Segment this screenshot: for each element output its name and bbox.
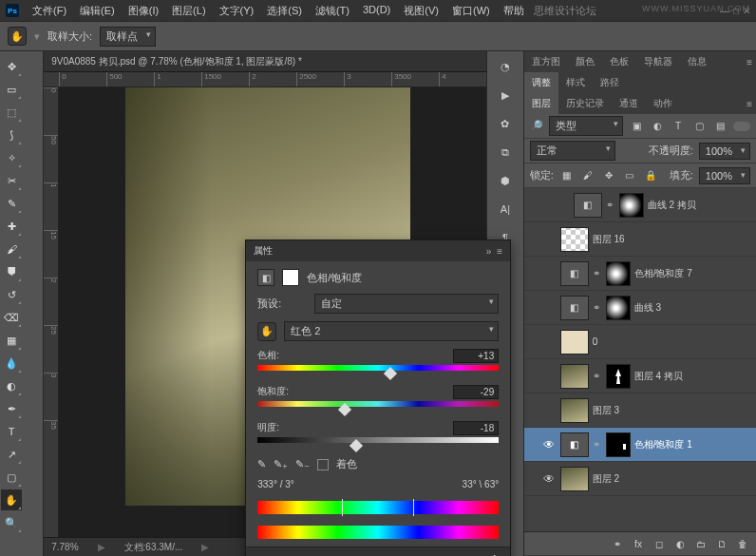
lock-position-icon[interactable]: ✥ bbox=[601, 168, 616, 183]
tab-layers[interactable]: 图层 bbox=[524, 93, 558, 114]
menu-image[interactable]: 图像(I) bbox=[123, 2, 164, 20]
hand-tool[interactable]: ✋ bbox=[1, 489, 22, 510]
pen-tool[interactable]: ✒ bbox=[1, 398, 22, 419]
link-icon[interactable]: ⚭ bbox=[593, 302, 602, 313]
tool-preset-icon[interactable]: ✋ bbox=[8, 27, 27, 46]
hue-slider[interactable] bbox=[257, 365, 499, 374]
eyedropper-plus-icon[interactable]: ✎₊ bbox=[274, 458, 288, 470]
clip-icon[interactable]: ◧ bbox=[396, 552, 411, 557]
eyedropper-minus-icon[interactable]: ✎₋ bbox=[295, 458, 310, 470]
zoom-tool[interactable]: 🔍 bbox=[1, 512, 22, 533]
filter-smart-icon[interactable]: ▤ bbox=[712, 119, 728, 134]
menu-3d[interactable]: 3D(D) bbox=[357, 2, 396, 20]
filter-shape-icon[interactable]: ▢ bbox=[691, 119, 707, 134]
visibility-toggle[interactable] bbox=[541, 335, 557, 350]
group-icon[interactable]: 🗀 bbox=[693, 536, 709, 551]
fill-value[interactable]: 100% bbox=[699, 167, 750, 184]
layer-mask-thumb[interactable] bbox=[606, 296, 631, 320]
visibility-toggle[interactable] bbox=[541, 369, 557, 384]
stamp-tool[interactable]: ⛊ bbox=[1, 261, 22, 282]
link-icon[interactable]: ⚭ bbox=[593, 439, 602, 450]
opacity-value[interactable]: 100% bbox=[699, 143, 750, 160]
sat-slider[interactable] bbox=[257, 401, 499, 411]
visibility-toggle[interactable] bbox=[555, 198, 570, 213]
zoom-level[interactable]: 7.78% bbox=[51, 542, 78, 552]
adjustment-add-icon[interactable]: ◐ bbox=[672, 536, 688, 551]
layer-mask-thumb[interactable] bbox=[606, 364, 631, 389]
link-icon[interactable]: ⚭ bbox=[606, 200, 615, 210]
layer-row[interactable]: 图层 16 bbox=[524, 222, 756, 257]
targeted-adjust-icon[interactable]: ✋ bbox=[257, 322, 276, 341]
dodge-tool[interactable]: ◐ bbox=[1, 375, 22, 396]
layer-name[interactable]: 图层 16 bbox=[593, 233, 752, 246]
light-slider[interactable] bbox=[257, 437, 499, 447]
tab-channels[interactable]: 通道 bbox=[612, 93, 646, 114]
trash-icon[interactable]: 🗑 bbox=[735, 536, 750, 551]
tab-adjustments[interactable]: 调整 bbox=[524, 72, 558, 93]
panel-collapse-icon[interactable]: » bbox=[486, 246, 492, 257]
layer-name[interactable]: 色相/饱和度 7 bbox=[634, 267, 752, 280]
crop-tool[interactable]: ✂ bbox=[1, 170, 22, 191]
visibility-icon[interactable]: 👁 bbox=[464, 552, 480, 557]
panel-menu-icon[interactable]: ≡ bbox=[743, 53, 756, 71]
visibility-toggle[interactable] bbox=[541, 232, 557, 247]
colorize-checkbox[interactable] bbox=[317, 459, 329, 470]
clone-source-icon[interactable]: ⧉ bbox=[494, 141, 517, 163]
eyedropper-icon[interactable]: ✎ bbox=[257, 458, 266, 470]
menu-window[interactable]: 窗口(W) bbox=[446, 2, 496, 20]
history-icon[interactable]: ◔ bbox=[494, 55, 517, 78]
3d-icon[interactable]: ⬢ bbox=[494, 169, 517, 192]
channel-dropdown[interactable]: 红色 2 bbox=[284, 321, 499, 341]
menu-edit[interactable]: 编辑(E) bbox=[74, 2, 121, 20]
layer-name[interactable]: 曲线 3 bbox=[634, 301, 752, 315]
layer-row[interactable]: 图层 3 bbox=[524, 393, 756, 428]
layer-mask-thumb[interactable] bbox=[606, 432, 631, 457]
mask-icon[interactable] bbox=[282, 269, 299, 286]
visibility-toggle[interactable] bbox=[541, 300, 557, 316]
menu-type[interactable]: 文字(Y) bbox=[214, 2, 260, 20]
layer-name[interactable]: 色相/饱和度 1 bbox=[634, 438, 752, 451]
menu-view[interactable]: 视图(V) bbox=[398, 2, 444, 20]
lock-artboard-icon[interactable]: ▭ bbox=[622, 168, 637, 183]
wand-tool[interactable]: ✧ bbox=[1, 147, 22, 168]
marquee-tool[interactable]: ⬚ bbox=[1, 102, 22, 123]
visibility-toggle[interactable]: 👁 bbox=[541, 437, 557, 452]
filter-adjust-icon[interactable]: ◐ bbox=[650, 119, 665, 134]
lock-pixels-icon[interactable]: 🖌 bbox=[580, 168, 595, 183]
tab-styles[interactable]: 样式 bbox=[558, 72, 593, 93]
tab-paths[interactable]: 路径 bbox=[593, 72, 627, 93]
filter-toggle[interactable] bbox=[733, 122, 750, 131]
eyedropper-tool[interactable]: ✎ bbox=[1, 193, 22, 214]
gradient-tool[interactable]: ▦ bbox=[1, 330, 22, 351]
prev-state-icon[interactable]: ◑ bbox=[419, 552, 434, 557]
tab-histogram[interactable]: 直方图 bbox=[524, 51, 568, 72]
lasso-tool[interactable]: ⟆ bbox=[1, 125, 22, 145]
visibility-toggle[interactable] bbox=[541, 266, 557, 281]
light-value[interactable]: -18 bbox=[453, 421, 499, 435]
brush-settings-icon[interactable]: ✿ bbox=[494, 112, 517, 135]
history-brush-tool[interactable]: ↺ bbox=[1, 284, 22, 305]
layer-name[interactable]: 图层 3 bbox=[593, 404, 752, 417]
hue-value[interactable]: +13 bbox=[453, 349, 499, 363]
sample-size-dropdown[interactable]: 取样点 bbox=[100, 27, 156, 47]
layer-name[interactable]: 0 bbox=[593, 336, 752, 347]
layer-row[interactable]: 0 bbox=[524, 325, 756, 359]
layer-row[interactable]: 👁图层 2 bbox=[524, 462, 756, 496]
layer-mask-thumb[interactable] bbox=[606, 261, 631, 286]
move-tool[interactable]: ✥ bbox=[1, 56, 22, 77]
preset-dropdown[interactable]: 自定 bbox=[314, 294, 499, 314]
eraser-tool[interactable]: ⌫ bbox=[1, 307, 22, 328]
tab-navigator[interactable]: 导航器 bbox=[636, 51, 680, 72]
tab-history[interactable]: 历史记录 bbox=[558, 93, 612, 114]
fx-icon[interactable]: fx bbox=[631, 536, 646, 551]
new-layer-icon[interactable]: 🗋 bbox=[714, 536, 729, 551]
layer-mask-thumb[interactable] bbox=[619, 193, 644, 218]
properties-tab[interactable]: 属性 bbox=[254, 244, 273, 258]
hue-range-strip-top[interactable] bbox=[257, 501, 499, 514]
blend-mode-dropdown[interactable]: 正常 bbox=[530, 141, 615, 161]
layer-row[interactable]: ◧⚭色相/饱和度 7 bbox=[524, 257, 756, 291]
lock-transparent-icon[interactable]: ▦ bbox=[559, 168, 575, 183]
delete-icon[interactable]: 🗑 bbox=[487, 552, 502, 557]
tab-info[interactable]: 信息 bbox=[680, 51, 714, 72]
layer-row[interactable]: 👁◧⚭色相/饱和度 1 bbox=[524, 428, 756, 462]
